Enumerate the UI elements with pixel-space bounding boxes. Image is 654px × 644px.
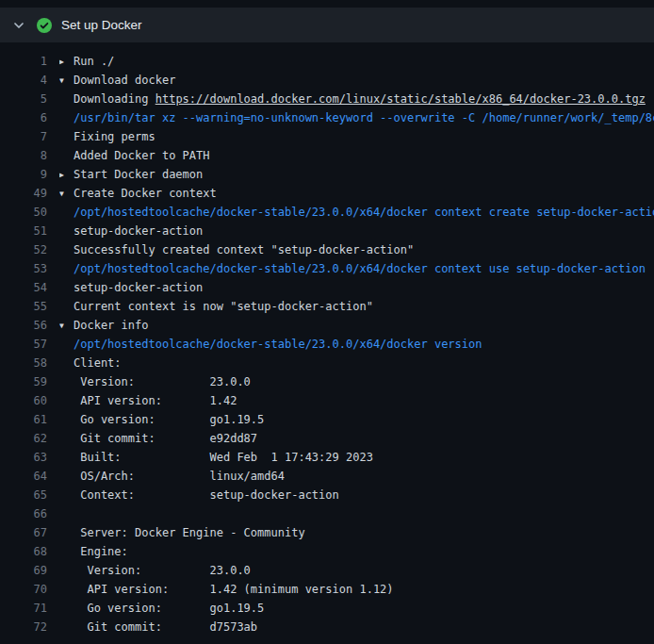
line-content: Go version: go1.19.5	[59, 410, 654, 429]
line-number[interactable]: 4	[0, 71, 59, 90]
log-line: 64 OS/Arch: linux/amd64	[0, 467, 654, 486]
line-content: Go version: go1.19.5	[59, 599, 654, 618]
log-line: 70 API version: 1.42 (minimum version 1.…	[0, 580, 654, 599]
line-number[interactable]: 68	[0, 542, 59, 561]
line-content: ▼Download docker	[59, 71, 654, 90]
line-number[interactable]: 62	[0, 429, 59, 448]
line-content: ▶Run ./	[59, 52, 654, 71]
line-number[interactable]: 53	[0, 259, 59, 278]
success-check-icon	[37, 18, 52, 33]
line-number[interactable]: 60	[0, 391, 59, 410]
step-header[interactable]: Set up Docker	[0, 8, 654, 42]
line-content: /opt/hostedtoolcache/docker-stable/23.0.…	[59, 259, 654, 278]
line-number[interactable]: 58	[0, 354, 59, 372]
log-line: 54setup-docker-action	[0, 278, 654, 297]
line-content: setup-docker-action	[59, 278, 654, 297]
log-line: 7Fixing perms	[0, 127, 654, 146]
line-number[interactable]: 52	[0, 240, 59, 259]
log-group-line[interactable]: 56▼Docker info	[0, 316, 654, 335]
log-line: 59 Version: 23.0.0	[0, 372, 654, 391]
log-group-line[interactable]: 4▼Download docker	[0, 71, 654, 90]
line-number[interactable]: 66	[0, 504, 59, 523]
line-number[interactable]: 50	[0, 203, 59, 222]
log-group-line[interactable]: 49▼Create Docker context	[0, 184, 654, 203]
line-content: /opt/hostedtoolcache/docker-stable/23.0.…	[59, 335, 654, 354]
log-line: 60 API version: 1.42	[0, 391, 654, 410]
line-number[interactable]: 57	[0, 335, 59, 354]
line-number[interactable]: 67	[0, 523, 59, 542]
line-content: Built: Wed Feb 1 17:43:29 2023	[59, 448, 654, 467]
line-number[interactable]: 9	[0, 165, 59, 184]
line-content: OS/Arch: linux/amd64	[59, 467, 654, 486]
line-content: setup-docker-action	[59, 222, 654, 240]
line-number[interactable]: 8	[0, 146, 59, 165]
line-content: Fixing perms	[59, 127, 654, 146]
log-text: Downloading	[74, 92, 155, 106]
line-content: Successfully created context "setup-dock…	[59, 240, 654, 259]
log-line: 63 Built: Wed Feb 1 17:43:29 2023	[0, 448, 654, 467]
group-title: Create Docker context	[74, 187, 217, 200]
line-content: Client:	[59, 354, 654, 372]
log-container: 1▶Run ./4▼Download docker5Downloading ht…	[0, 42, 654, 636]
log-line: 6/usr/bin/tar xz --warning=no-unknown-ke…	[0, 108, 654, 127]
log-link[interactable]: https://download.docker.com/linux/static…	[155, 92, 646, 106]
line-number[interactable]: 51	[0, 222, 59, 240]
chevron-right-icon: ▶	[59, 166, 74, 184]
line-content: Context: setup-docker-action	[59, 486, 654, 504]
line-content: API version: 1.42	[59, 391, 654, 410]
chevron-down-icon[interactable]	[13, 20, 25, 31]
log-line: 57/opt/hostedtoolcache/docker-stable/23.…	[0, 335, 654, 354]
log-line: 62 Git commit: e92dd87	[0, 429, 654, 448]
line-number[interactable]: 49	[0, 184, 59, 203]
line-number[interactable]: 55	[0, 297, 59, 316]
log-line: 53/opt/hostedtoolcache/docker-stable/23.…	[0, 259, 654, 278]
line-number[interactable]: 72	[0, 618, 59, 636]
line-content: Engine:	[59, 542, 654, 561]
chevron-right-icon: ▶	[59, 53, 74, 71]
line-content: /usr/bin/tar xz --warning=no-unknown-key…	[59, 108, 654, 127]
line-number[interactable]: 56	[0, 316, 59, 335]
chevron-down-icon: ▼	[59, 72, 74, 90]
group-title: Download docker	[74, 74, 175, 87]
line-number[interactable]: 64	[0, 467, 59, 486]
log-line: 5Downloading https://download.docker.com…	[0, 90, 654, 108]
line-number[interactable]: 63	[0, 448, 59, 467]
log-line: 65 Context: setup-docker-action	[0, 486, 654, 504]
line-number[interactable]: 61	[0, 410, 59, 429]
line-content: Server: Docker Engine - Community	[59, 523, 654, 542]
line-number[interactable]: 69	[0, 561, 59, 580]
line-number[interactable]: 1	[0, 52, 59, 71]
line-number[interactable]: 5	[0, 90, 59, 108]
line-number[interactable]: 54	[0, 278, 59, 297]
log-line: 72 Git commit: d7573ab	[0, 618, 654, 636]
log-line: 61 Go version: go1.19.5	[0, 410, 654, 429]
log-line: 50/opt/hostedtoolcache/docker-stable/23.…	[0, 203, 654, 222]
line-content: Git commit: e92dd87	[59, 429, 654, 448]
log-line: 58Client:	[0, 354, 654, 372]
line-number[interactable]: 6	[0, 108, 59, 127]
line-content: ▼Create Docker context	[59, 184, 654, 203]
log-group-line[interactable]: 9▶Start Docker daemon	[0, 165, 654, 184]
line-content: Version: 23.0.0	[59, 561, 654, 580]
line-content: /opt/hostedtoolcache/docker-stable/23.0.…	[59, 203, 654, 222]
group-title: Docker info	[74, 319, 148, 332]
line-content: Added Docker to PATH	[59, 146, 654, 165]
log-line: 69 Version: 23.0.0	[0, 561, 654, 580]
line-content: ▼Docker info	[59, 316, 654, 335]
log-line: 71 Go version: go1.19.5	[0, 599, 654, 618]
line-content: Current context is now "setup-docker-act…	[59, 297, 654, 316]
group-title: Run ./	[74, 55, 114, 68]
line-content: API version: 1.42 (minimum version 1.12)	[59, 580, 654, 599]
log-line: 52Successfully created context "setup-do…	[0, 240, 654, 259]
chevron-down-icon: ▼	[59, 185, 74, 203]
line-number[interactable]: 59	[0, 372, 59, 391]
line-number[interactable]: 65	[0, 486, 59, 504]
line-number[interactable]: 70	[0, 580, 59, 599]
line-content	[59, 504, 654, 523]
log-line: 8Added Docker to PATH	[0, 146, 654, 165]
line-content: ▶Start Docker daemon	[59, 165, 654, 184]
log-line: 68 Engine:	[0, 542, 654, 561]
log-group-line[interactable]: 1▶Run ./	[0, 52, 654, 71]
line-number[interactable]: 7	[0, 127, 59, 146]
line-number[interactable]: 71	[0, 599, 59, 618]
